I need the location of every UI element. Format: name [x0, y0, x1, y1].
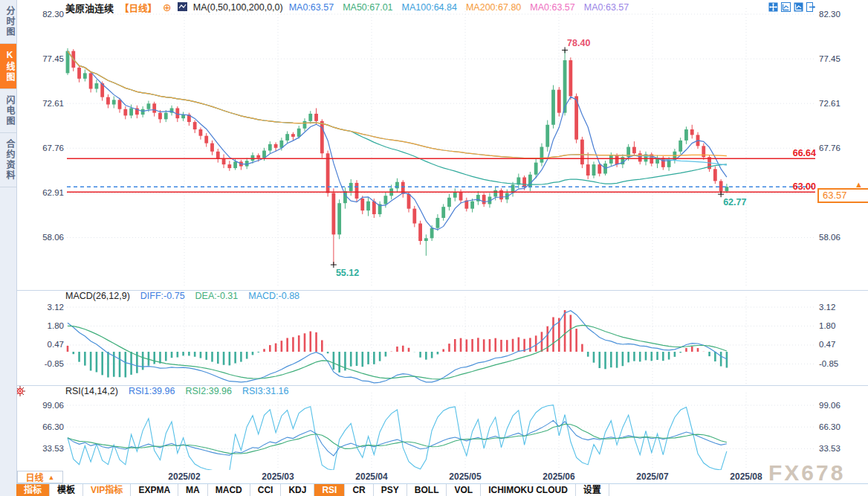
ma-settings-label: MA(0,50,100,200,0,0)	[193, 2, 283, 13]
sidebar-item-lightning-chart[interactable]: 闪电图	[0, 89, 16, 133]
sidebar-item-contract-info[interactable]: 合约资料	[0, 133, 16, 187]
chart-header: 美原油连续 【日线】 ⊕ MA(0,50,100,200,0,0) MA0:63…	[65, 1, 629, 13]
macd-axis-tick: 0.47	[819, 340, 865, 350]
rsi-axis-tick: 99.06	[819, 401, 865, 410]
symbol-title: 美原油连续	[65, 1, 114, 15]
x-axis-label: 2025/05	[439, 471, 491, 482]
price-axis-tick: 58.06	[16, 233, 64, 242]
macd-header: MACD(26,12,9) DIFF:-0.75 DEA:-0.31 MACD:…	[65, 291, 299, 302]
ma-value: MA0:63.57	[530, 2, 574, 13]
rsi1-value: RSI1:39.96	[129, 386, 175, 397]
toolbar-item-rsi[interactable]: RSI	[314, 484, 345, 496]
resistance-level-label: 66.64	[773, 148, 816, 158]
macd-axis-tick: -0.85	[16, 359, 64, 369]
chart-canvas[interactable]	[0, 0, 868, 496]
chart-type-icon[interactable]	[178, 2, 187, 13]
add-indicator-icon[interactable]: ⊕	[163, 3, 172, 12]
rsi3-value: RSI3:31.16	[242, 386, 289, 397]
toolbar-item-cr[interactable]: CR	[345, 484, 373, 496]
macd-dea-value: DEA:-0.31	[195, 291, 239, 302]
rsi-axis-tick: 33.53	[819, 444, 865, 454]
toolbar-item-vol[interactable]: VOL	[447, 484, 481, 496]
macd-axis-tick: 3.12	[819, 303, 865, 312]
timeframe-label: 日线	[26, 471, 44, 483]
price-axis-tick: 82.30	[819, 10, 865, 19]
toolbar-item-boll[interactable]: BOLL	[407, 484, 447, 496]
support-level-label: 63.00	[773, 181, 816, 192]
x-axis-label: 2025/04	[346, 471, 398, 482]
rsi-axis-tick: 66.30	[16, 422, 64, 432]
pan-icon[interactable]	[768, 2, 778, 12]
window-controls	[768, 2, 816, 12]
price-up-arrow-icon: ▲	[855, 180, 863, 189]
macd-params: MACD(26,12,9)	[65, 291, 130, 302]
price-axis-tick: 77.45	[16, 54, 64, 64]
period-tag: 【日线】	[120, 1, 157, 15]
price-axis-tick: 72.61	[16, 99, 64, 109]
rsi-header: RSI(14,14,2) RSI1:39.96 RSI2:39.96 RSI3:…	[65, 386, 289, 397]
sidebar: 分时图 K线图 闪电图 合约资料	[0, 0, 17, 496]
trading-app: 分时图 K线图 闪电图 合约资料 美原油连续 【日线】 ⊕ MA(0,50,10…	[0, 0, 868, 496]
ma-value: MA0:63.57	[584, 2, 629, 13]
rsi2-value: RSI2:39.96	[185, 386, 232, 397]
x-axis-label: 2025/02	[158, 471, 210, 482]
ma-value: MA200:67.80	[466, 2, 521, 13]
macd-axis-tick: -0.85	[819, 359, 865, 369]
rsi-axis-tick: 33.53	[16, 444, 64, 454]
price-axis-tick: 58.06	[819, 233, 865, 242]
sidebar-item-kline-chart[interactable]: K线图	[0, 44, 16, 89]
ma-value: MA100:64.84	[402, 2, 457, 13]
toolbar-item-expma[interactable]: EXPMA	[131, 484, 178, 496]
timeframe-dropdown[interactable]: 日线 ▲	[17, 471, 63, 483]
toolbar-item-设置[interactable]: 设置	[576, 484, 609, 496]
price-axis-tick: 67.76	[819, 144, 865, 153]
macd-macd-value: MACD:-0.88	[248, 291, 299, 302]
toolbar-item-ichimoku-cloud[interactable]: ICHIMOKU CLOUD	[481, 484, 576, 496]
dropdown-arrow-icon: ▲	[48, 474, 55, 481]
toolbar-item-kdj[interactable]: KDJ	[281, 484, 314, 496]
rsi-axis-tick: 99.06	[16, 401, 64, 410]
indicator-toolbar: 指标模板VIP指标EXPMAMAMACDCCIKDJRSICRPSYBOLLVO…	[16, 483, 868, 496]
macd-axis-tick: 1.80	[16, 321, 64, 331]
toolbar-item-ma[interactable]: MA	[178, 484, 208, 496]
price-axis-tick: 67.76	[16, 144, 64, 153]
price-annotation: 62.77	[723, 197, 746, 207]
x-axis-label: 2025/06	[533, 471, 585, 482]
price-annotation: 78.40	[567, 38, 590, 48]
ma-value: MA0:63.57	[289, 2, 334, 13]
rsi-axis-tick: 66.30	[819, 422, 865, 432]
rsi-params: RSI(14,14,2)	[65, 386, 118, 397]
price-axis-tick: 72.61	[819, 99, 865, 109]
sidebar-item-timeline-chart[interactable]: 分时图	[0, 0, 16, 44]
toolbar-item-macd[interactable]: MACD	[208, 484, 250, 496]
x-axis-label: 2025/07	[626, 471, 678, 482]
collapse-panel-icon[interactable]	[806, 2, 816, 12]
scale-chart-icon[interactable]	[794, 2, 803, 12]
toolbar-item-psy[interactable]: PSY	[374, 484, 407, 496]
toolbar-item-vip指标[interactable]: VIP指标	[83, 484, 131, 496]
macd-axis-tick: 3.12	[16, 303, 64, 312]
ma-value: MA50:67.01	[343, 2, 392, 13]
fit-chart-icon[interactable]	[781, 2, 791, 12]
price-annotation: 55.12	[336, 268, 359, 278]
price-axis-tick: 62.91	[16, 188, 64, 198]
toolbar-item-模板[interactable]: 模板	[50, 484, 83, 496]
last-price-tag: 63.57	[817, 188, 868, 203]
macd-axis-tick: 1.80	[819, 321, 865, 331]
macd-diff-value: DIFF:-0.75	[140, 291, 185, 302]
toolbar-item-指标[interactable]: 指标	[16, 484, 50, 496]
ma-values: MA0:63.57MA50:67.01MA100:64.84MA200:67.8…	[289, 2, 629, 13]
x-axis-label: 2025/08	[720, 471, 772, 482]
macd-axis-tick: 0.47	[16, 340, 64, 350]
toolbar-item-cci[interactable]: CCI	[250, 484, 282, 496]
price-axis-tick: 77.45	[819, 54, 865, 64]
x-axis-label: 2025/03	[252, 471, 304, 482]
price-axis-tick: 82.30	[16, 10, 64, 19]
